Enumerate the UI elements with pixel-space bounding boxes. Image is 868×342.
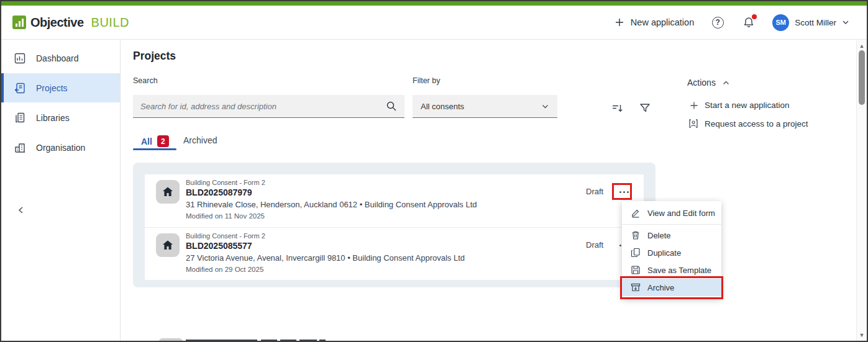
clipped-card-icon — [158, 338, 183, 342]
chevron-down-icon — [541, 102, 549, 110]
brand-name-primary: Objective — [30, 16, 84, 30]
menu-item-view-edit[interactable]: View and Edit form — [622, 204, 721, 222]
projects-icon — [14, 83, 25, 94]
tab-all-label: All — [141, 137, 152, 146]
bar-chart-logo-icon — [12, 16, 26, 29]
menu-item-duplicate[interactable]: Duplicate — [622, 244, 721, 261]
search-input[interactable] — [133, 102, 386, 111]
context-menu: View and Edit form Delete Duplicate Save… — [622, 201, 721, 299]
tab-archived-label: Archived — [183, 135, 217, 145]
project-card-text: Building Consent - Form 2 BLD2025087979 … — [186, 179, 477, 220]
sidebar-item-organisation[interactable]: Organisation — [1, 133, 120, 162]
dashboard-icon — [14, 53, 25, 64]
app-header: Objective BUILD New application ? SM Sco… — [1, 6, 867, 40]
notification-dot — [752, 14, 757, 19]
user-name: Scott Miller — [795, 18, 836, 27]
project-modified: Modified on 29 Oct 2025 — [186, 266, 465, 273]
menu-item-label: View and Edit form — [647, 209, 715, 218]
search-box — [133, 95, 404, 118]
user-menu[interactable]: SM Scott Miller — [772, 14, 849, 31]
sort-icon — [611, 102, 624, 115]
start-new-application-label: Start a new application — [705, 101, 790, 110]
project-details: 31 Rhinevale Close, Henderson, Auckland … — [186, 200, 477, 209]
new-application-button[interactable]: New application — [614, 17, 694, 27]
actions-section-toggle[interactable]: Actions — [687, 78, 730, 88]
scrollbar-thumb[interactable] — [859, 50, 865, 105]
consents-filter-select[interactable]: All consents — [413, 95, 557, 118]
chevron-up-icon — [722, 79, 730, 87]
menu-item-save-template[interactable]: Save as Template — [622, 261, 721, 279]
brand-logo[interactable]: Objective BUILD — [12, 16, 129, 30]
archive-icon — [631, 282, 641, 292]
house-icon — [156, 180, 180, 204]
scroll-down-arrow[interactable]: ▼ — [857, 330, 867, 340]
project-id: BLD2025085577 — [186, 241, 465, 251]
brand-name-secondary: BUILD — [91, 16, 129, 30]
house-icon — [156, 233, 180, 257]
search-label: Search — [133, 76, 158, 85]
page-title: Projects — [133, 50, 176, 63]
funnel-icon — [639, 102, 651, 114]
menu-item-archive[interactable]: Archive — [622, 279, 721, 296]
clipped-card-text — [186, 340, 257, 342]
status-badge: Draft — [586, 187, 614, 196]
request-access-link[interactable]: Request access to a project — [688, 119, 808, 128]
vertical-scrollbar[interactable]: ▲ ▼ — [856, 40, 867, 341]
scroll-up-arrow[interactable]: ▲ — [857, 41, 867, 51]
pencil-icon — [631, 208, 641, 218]
sidebar-collapse-button[interactable] — [11, 200, 30, 219]
new-application-label: New application — [631, 17, 694, 27]
active-tab-indicator — [133, 148, 176, 150]
sidebar-item-libraries[interactable]: Libraries — [1, 103, 120, 132]
sidebar-item-projects[interactable]: Projects — [1, 73, 120, 102]
consents-filter-value: All consents — [421, 102, 464, 111]
project-card-text: Building Consent - Form 2 BLD2025085577 … — [186, 232, 465, 273]
sidebar: Dashboard Projects Libraries Organisatio… — [1, 40, 121, 341]
project-details: 27 Victoria Avenue, Avenal, Invercargill… — [186, 253, 465, 263]
project-form-type: Building Consent - Form 2 — [186, 232, 465, 240]
menu-item-delete[interactable]: Delete — [622, 227, 721, 244]
project-modified: Modified on 11 Nov 2025 — [186, 212, 477, 220]
chevron-down-icon — [842, 19, 849, 26]
help-button[interactable]: ? — [710, 15, 725, 30]
plus-icon — [690, 101, 698, 110]
actions-title: Actions — [687, 78, 716, 88]
menu-item-label: Delete — [647, 231, 671, 240]
menu-item-label: Archive — [647, 283, 674, 292]
filter-button[interactable] — [636, 99, 654, 117]
app-window: Objective BUILD New application ? SM Sco… — [0, 0, 868, 342]
trash-icon — [631, 230, 641, 240]
search-icon[interactable] — [386, 101, 397, 112]
tab-all[interactable]: All 2 — [141, 135, 169, 147]
help-icon: ? — [712, 17, 724, 29]
project-card[interactable]: Building Consent - Form 2 BLD2025087979 … — [145, 174, 644, 227]
top-green-bar — [1, 1, 867, 6]
clipped-card-text — [319, 340, 326, 342]
sidebar-item-label: Organisation — [36, 143, 85, 153]
sort-button[interactable] — [608, 99, 626, 117]
plus-icon — [614, 17, 624, 27]
menu-item-label: Duplicate — [647, 248, 681, 258]
sidebar-item-label: Libraries — [36, 113, 70, 123]
libraries-icon — [14, 112, 25, 124]
save-icon — [631, 265, 641, 275]
tab-archived[interactable]: Archived — [183, 135, 217, 145]
project-card[interactable]: Building Consent - Form 2 BLD2025085577 … — [145, 227, 644, 280]
status-badge: Draft — [586, 240, 614, 250]
duplicate-icon — [631, 248, 641, 258]
start-new-application-link[interactable]: Start a new application — [690, 101, 790, 110]
clipped-card-text — [261, 340, 277, 342]
request-access-label: Request access to a project — [705, 119, 808, 128]
menu-item-label: Save as Template — [647, 266, 711, 275]
project-id: BLD2025087979 — [186, 187, 477, 197]
ellipsis-menu-button[interactable] — [615, 186, 633, 198]
avatar: SM — [772, 14, 789, 31]
chevron-left-icon — [17, 206, 25, 214]
sidebar-item-dashboard[interactable]: Dashboard — [1, 43, 120, 73]
tab-all-count-badge: 2 — [157, 135, 169, 147]
organisation-icon — [14, 142, 25, 153]
filter-by-label: Filter by — [413, 76, 440, 85]
sidebar-item-label: Projects — [36, 83, 68, 93]
menu-separator — [622, 224, 721, 225]
notifications-button[interactable] — [741, 15, 756, 30]
